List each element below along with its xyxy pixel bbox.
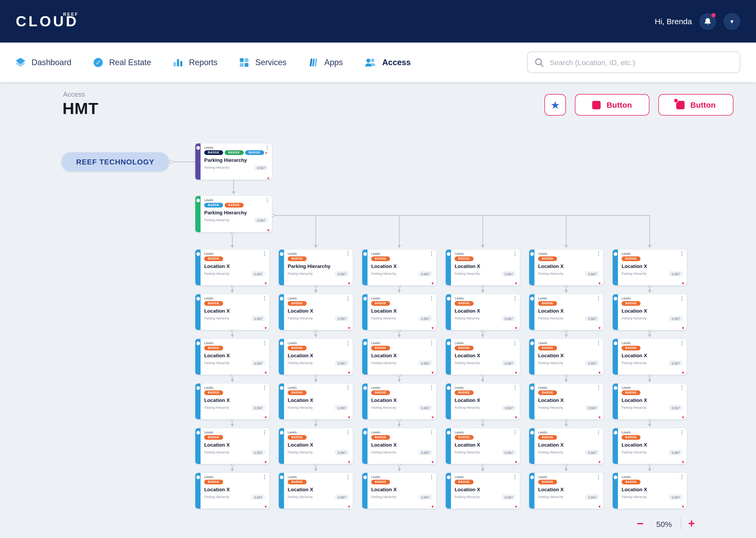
card-expand-caret[interactable]: ▾	[267, 229, 269, 233]
org-card[interactable]: ⋮LevelsBADGELocation XParking Hierarchy3…	[613, 294, 687, 330]
card-expand-caret[interactable]: ▾	[432, 505, 434, 509]
card-expand-caret[interactable]: ▾	[682, 505, 684, 509]
kebab-menu-icon[interactable]: ⋮	[679, 474, 685, 480]
card-expand-caret[interactable]: ▾	[348, 282, 350, 286]
org-card[interactable]: ⋮LevelsBADGELocation XParking Hierarchy3…	[195, 339, 269, 375]
org-card[interactable]: ⋮LevelsBADGELocation XParking Hierarchy3…	[279, 428, 353, 464]
zoom-out-button[interactable]: −	[633, 518, 648, 530]
kebab-menu-icon[interactable]: ⋮	[346, 430, 351, 435]
org-card[interactable]: ⋮LevelsBADGELocation XParking Hierarchy3…	[446, 473, 520, 509]
org-card[interactable]: ⋮LevelsBADGELocation XParking Hierarchy3…	[529, 384, 603, 419]
kebab-menu-icon[interactable]: ⋮	[679, 341, 685, 346]
card-expand-caret[interactable]: ▾	[515, 460, 517, 464]
action-button-2[interactable]: Button	[658, 94, 733, 116]
kebab-menu-icon[interactable]: ⋮	[264, 197, 270, 203]
card-expand-caret[interactable]: ▾	[598, 415, 601, 420]
card-expand-caret[interactable]: ▾	[598, 371, 601, 375]
org-card[interactable]: ⋮LevelsBADGELocation XParking Hierarchy3…	[529, 294, 603, 330]
org-card[interactable]: ⋮LevelsBADGELocation XParking Hierarchy3…	[613, 249, 687, 285]
card-expand-caret[interactable]: ▾	[598, 505, 601, 509]
card-expand-caret[interactable]: ▾	[348, 460, 350, 464]
org-card[interactable]: ⋮LevelsBADGELocation XParking Hierarchy3…	[279, 384, 353, 419]
nav-item-dashboard[interactable]: Dashboard	[15, 56, 71, 68]
card-expand-caret[interactable]: ▾	[515, 505, 517, 509]
kebab-menu-icon[interactable]: ⋮	[512, 385, 518, 390]
nav-item-apps[interactable]: Apps	[307, 56, 343, 68]
org-card[interactable]: ⋮LevelsBADGELocation XParking Hierarchy3…	[195, 384, 269, 419]
nav-item-access[interactable]: Access	[364, 57, 411, 67]
kebab-menu-icon[interactable]: ⋮	[429, 474, 434, 480]
kebab-menu-icon[interactable]: ⋮	[429, 251, 434, 256]
card-expand-caret[interactable]: ▾	[264, 282, 267, 286]
card-expand-caret[interactable]: ▾	[348, 371, 350, 375]
kebab-menu-icon[interactable]: ⋮	[596, 430, 601, 435]
kebab-menu-icon[interactable]: ⋮	[512, 430, 518, 435]
org-card[interactable]: ⋮LevelsBADGELocation XParking Hierarchy3…	[529, 249, 603, 285]
kebab-menu-icon[interactable]: ⋮	[596, 296, 601, 301]
card-expand-caret[interactable]: ▾	[264, 505, 267, 509]
company-node[interactable]: REEF TECHNOLOGY	[62, 152, 169, 171]
org-card[interactable]: ⋮LevelsBADGELocation XParking Hierarchy3…	[362, 473, 436, 509]
kebab-menu-icon[interactable]: ⋮	[346, 251, 351, 256]
kebab-menu-icon[interactable]: ⋮	[262, 430, 267, 435]
zoom-in-button[interactable]: +	[684, 518, 699, 530]
card-expand-caret[interactable]: ▾	[515, 326, 517, 331]
kebab-menu-icon[interactable]: ⋮	[346, 474, 351, 480]
org-card[interactable]: ⋮LevelsBADGELocation XParking Hierarchy3…	[613, 428, 687, 464]
search-input[interactable]	[548, 58, 733, 67]
card-expand-caret[interactable]: ▾	[682, 282, 684, 286]
card-expand-caret[interactable]: ▾	[264, 415, 267, 420]
org-card[interactable]: ⋮LevelsBADGELocation XParking Hierarchy3…	[195, 473, 269, 509]
card-expand-caret[interactable]: ▾	[682, 371, 684, 375]
org-card[interactable]: ⋮LevelsBADGELocation XParking Hierarchy3…	[195, 428, 269, 464]
card-expand-caret[interactable]: ▾	[264, 460, 267, 464]
kebab-menu-icon[interactable]: ⋮	[429, 341, 434, 346]
nav-item-real-estate[interactable]: Real Estate	[92, 56, 151, 68]
org-card[interactable]: ⋮LevelsBADGELocation XParking Hierarchy3…	[279, 339, 353, 375]
user-menu-button[interactable]: ▾	[724, 13, 740, 30]
card-expand-caret[interactable]: ▾	[515, 282, 517, 286]
org-card[interactable]: ⋮LevelsBADGELocation XParking Hierarchy3…	[279, 473, 353, 509]
card-expand-caret[interactable]: ▾	[432, 326, 434, 331]
org-card[interactable]: ⋮LevelsBADGEBADGEBADGE▸Parking Hierarchy…	[195, 143, 272, 180]
org-card[interactable]: ⋮LevelsBADGELocation XParking Hierarchy3…	[446, 339, 520, 375]
kebab-menu-icon[interactable]: ⋮	[679, 296, 685, 301]
card-expand-caret[interactable]: ▾	[432, 371, 434, 375]
notifications-button[interactable]	[699, 13, 716, 30]
card-expand-caret[interactable]: ▾	[348, 415, 350, 420]
org-card[interactable]: ⋮LevelsBADGEBADGEParking HierarchyParkin…	[195, 196, 272, 232]
org-card[interactable]: ⋮LevelsBADGELocation XParking Hierarchy3…	[362, 339, 436, 375]
card-expand-caret[interactable]: ▾	[682, 415, 684, 420]
org-card[interactable]: ⋮LevelsBADGELocation XParking Hierarchy3…	[362, 384, 436, 419]
kebab-menu-icon[interactable]: ⋮	[346, 385, 351, 390]
org-card[interactable]: ⋮LevelsBADGELocation XParking Hierarchy3…	[529, 473, 603, 509]
org-card[interactable]: ⋮LevelsBADGELocation XParking Hierarchy3…	[279, 294, 353, 330]
favorite-button[interactable]: ★	[544, 94, 566, 116]
kebab-menu-icon[interactable]: ⋮	[262, 385, 267, 390]
kebab-menu-icon[interactable]: ⋮	[429, 296, 434, 301]
card-expand-caret[interactable]: ▴	[267, 176, 269, 180]
kebab-menu-icon[interactable]: ⋮	[512, 296, 518, 301]
card-expand-caret[interactable]: ▾	[598, 326, 601, 331]
card-expand-caret[interactable]: ▾	[264, 326, 267, 331]
kebab-menu-icon[interactable]: ⋮	[429, 430, 434, 435]
org-card[interactable]: ⋮LevelsBADGELocation XParking Hierarchy3…	[529, 428, 603, 464]
card-expand-caret[interactable]: ▾	[348, 326, 350, 331]
nav-item-reports[interactable]: Reports	[172, 56, 217, 68]
org-card[interactable]: ⋮LevelsBADGEParking HierarchyParking Hie…	[279, 249, 353, 285]
kebab-menu-icon[interactable]: ⋮	[596, 474, 601, 480]
kebab-menu-icon[interactable]: ⋮	[262, 296, 267, 301]
org-card[interactable]: ⋮LevelsBADGELocation XParking Hierarchy3…	[613, 339, 687, 375]
kebab-menu-icon[interactable]: ⋮	[262, 474, 267, 480]
org-card[interactable]: ⋮LevelsBADGELocation XParking Hierarchy3…	[362, 249, 436, 285]
kebab-menu-icon[interactable]: ⋮	[512, 474, 518, 480]
kebab-menu-icon[interactable]: ⋮	[512, 251, 518, 256]
card-expand-caret[interactable]: ▾	[598, 282, 601, 286]
action-button-1[interactable]: Button	[575, 94, 649, 116]
org-card[interactable]: ⋮LevelsBADGELocation XParking Hierarchy3…	[613, 473, 687, 509]
kebab-menu-icon[interactable]: ⋮	[679, 430, 685, 435]
card-expand-caret[interactable]: ▾	[682, 460, 684, 464]
card-expand-caret[interactable]: ▾	[348, 505, 350, 509]
card-expand-caret[interactable]: ▾	[598, 460, 601, 464]
card-expand-caret[interactable]: ▾	[682, 326, 684, 331]
